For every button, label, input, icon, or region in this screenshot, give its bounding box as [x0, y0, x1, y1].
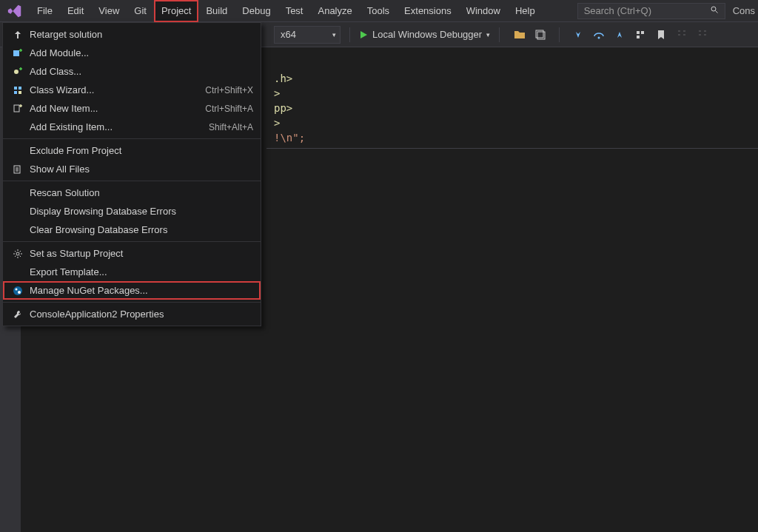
wrench-icon: [10, 307, 25, 322]
add-class-icon: [10, 64, 25, 79]
project-menu-item[interactable]: Add Class...: [3, 62, 261, 81]
menu-item-label: Add Class...: [30, 66, 253, 77]
svg-rect-10: [14, 87, 17, 90]
menu-tools[interactable]: Tools: [360, 0, 397, 22]
project-menu-item[interactable]: Export Template...: [3, 263, 261, 281]
add-module-icon: [10, 46, 25, 61]
nuget-icon: [10, 283, 25, 298]
svg-point-19: [18, 291, 21, 294]
class-wizard-icon: [10, 83, 25, 98]
svg-point-9: [14, 70, 19, 74]
blank-icon: [10, 120, 25, 135]
menu-analyze[interactable]: Analyze: [310, 0, 359, 22]
menu-separator: [3, 302, 261, 303]
menu-item-label: Export Template...: [30, 266, 253, 277]
uncomment-icon[interactable]: [696, 28, 709, 41]
menu-debug[interactable]: Debug: [235, 0, 278, 22]
project-menu-item[interactable]: Show All Files: [3, 160, 261, 178]
menu-item-label: Exclude From Project: [30, 145, 253, 156]
blank-icon: [10, 186, 25, 201]
blank-icon: [10, 223, 25, 238]
svg-rect-6: [641, 31, 644, 34]
search-input[interactable]: Search (Ctrl+Q): [577, 3, 725, 19]
menu-item-shortcut: Ctrl+Shift+A: [205, 104, 253, 114]
project-menu-item[interactable]: Clear Browsing Database Errors: [3, 220, 261, 239]
menu-git[interactable]: Git: [127, 0, 154, 22]
breakpoints-icon[interactable]: [634, 28, 647, 41]
project-menu-item[interactable]: Display Browsing Database Errors: [3, 202, 261, 220]
menu-item-label: Add New Item...: [30, 103, 205, 114]
menu-item-label: Add Existing Item...: [30, 121, 209, 132]
svg-point-4: [598, 36, 600, 38]
menu-item-label: ConsoleApplication2 Properties: [30, 309, 253, 320]
menu-item-label: Add Module...: [30, 47, 253, 58]
search-placeholder: Search (Ctrl+Q): [584, 5, 651, 16]
menu-item-label: Clear Browsing Database Errors: [30, 224, 253, 235]
window-title-fragment: Cons: [733, 5, 755, 16]
svg-rect-8: [13, 50, 19, 56]
vs-logo-icon: [6, 2, 24, 20]
svg-rect-5: [637, 31, 640, 34]
menu-test[interactable]: Test: [278, 0, 311, 22]
menu-separator: [3, 241, 261, 242]
svg-line-1: [715, 11, 717, 13]
project-menu-item[interactable]: Retarget solution: [3, 25, 261, 44]
project-menu-item[interactable]: Rescan Solution: [3, 183, 261, 202]
show-files-icon: [10, 162, 25, 177]
menu-project[interactable]: Project: [154, 0, 198, 22]
svg-point-16: [16, 252, 19, 255]
menubar: File Edit View Git Project Build Debug T…: [0, 0, 758, 22]
menu-item-label: Class Wizard...: [30, 84, 205, 95]
arrow-up-icon: [10, 27, 25, 42]
menu-separator: [3, 181, 261, 181]
svg-rect-12: [14, 91, 17, 94]
menu-item-label: Show All Files: [30, 164, 253, 175]
svg-rect-11: [19, 87, 21, 90]
step-into-icon[interactable]: [571, 28, 585, 41]
project-menu-item[interactable]: Add Module...: [3, 44, 261, 62]
menu-view[interactable]: View: [91, 0, 127, 22]
svg-rect-7: [637, 36, 640, 38]
menu-file[interactable]: File: [30, 0, 60, 22]
menu-separator: [3, 138, 261, 139]
project-menu-item[interactable]: Manage NuGet Packages...: [3, 281, 261, 300]
menu-item-label: Retarget solution: [30, 29, 253, 40]
step-over-icon[interactable]: [592, 28, 606, 41]
svg-point-0: [711, 7, 716, 11]
project-menu-item[interactable]: Add Existing Item...Shift+Alt+A: [3, 118, 261, 136]
gear-icon: [10, 246, 25, 261]
project-menu-item[interactable]: ConsoleApplication2 Properties: [3, 305, 261, 323]
menu-window[interactable]: Window: [459, 0, 508, 22]
blank-icon: [10, 265, 25, 280]
menu-item-label: Set as Startup Project: [30, 248, 253, 259]
menu-build[interactable]: Build: [198, 0, 235, 22]
run-button[interactable]: Local Windows Debugger ▾: [355, 26, 494, 44]
project-menu-item[interactable]: Class Wizard...Ctrl+Shift+X: [3, 81, 261, 99]
save-all-icon[interactable]: [534, 28, 547, 41]
menu-edit[interactable]: Edit: [60, 0, 91, 22]
menu-item-label: Manage NuGet Packages...: [30, 285, 253, 296]
menu-item-shortcut: Shift+Alt+A: [209, 122, 253, 132]
open-folder-icon[interactable]: [513, 28, 526, 41]
platform-dropdown[interactable]: x64: [274, 26, 341, 44]
svg-point-17: [13, 286, 22, 295]
blank-icon: [10, 204, 25, 219]
project-menu-dropdown: Retarget solutionAdd Module...Add Class.…: [2, 22, 261, 326]
menu-item-label: Rescan Solution: [30, 187, 253, 198]
project-menu-item[interactable]: Exclude From Project: [3, 141, 261, 160]
comment-icon[interactable]: [675, 28, 688, 41]
project-menu-item[interactable]: Add New Item...Ctrl+Shift+A: [3, 99, 261, 118]
step-out-icon[interactable]: [613, 28, 626, 41]
bookmark-icon[interactable]: [654, 28, 668, 41]
project-menu-item[interactable]: Set as Startup Project: [3, 244, 261, 263]
add-item-icon: [10, 101, 25, 116]
menu-extensions[interactable]: Extensions: [397, 0, 459, 22]
search-icon: [710, 5, 719, 16]
menu-item-label: Display Browsing Database Errors: [30, 206, 253, 217]
menu-item-shortcut: Ctrl+Shift+X: [205, 85, 253, 95]
svg-rect-13: [19, 91, 21, 94]
svg-point-18: [16, 288, 18, 290]
svg-rect-14: [14, 105, 19, 112]
blank-icon: [10, 144, 25, 158]
menu-help[interactable]: Help: [508, 0, 543, 22]
